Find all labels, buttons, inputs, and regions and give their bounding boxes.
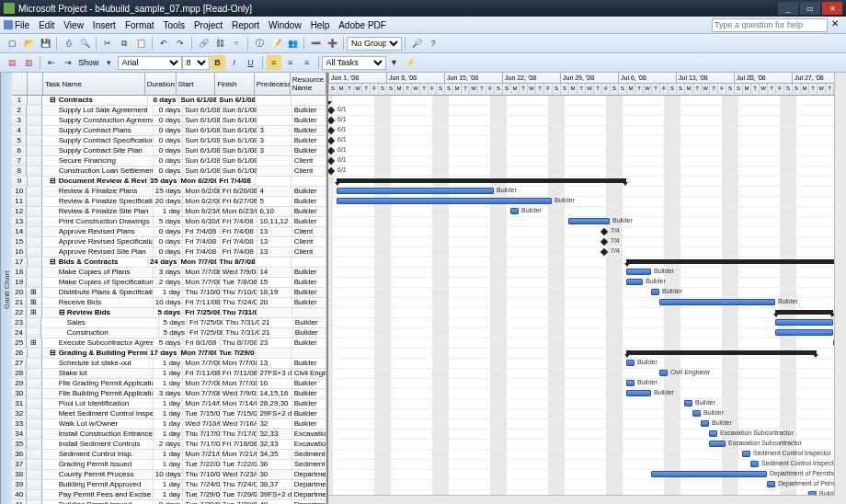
task-row[interactable]: 12 Review & Finalize Site Plan 1 day Mon… <box>12 207 326 217</box>
task-row[interactable]: 24 Construction 5 days Fri 7/25/08 Thu 7… <box>12 328 326 338</box>
summary-bar[interactable] <box>775 310 833 315</box>
new-icon[interactable]: ▢ <box>5 36 19 51</box>
show-dropdown-icon[interactable]: ▾ <box>102 55 117 70</box>
milestone[interactable] <box>600 248 608 256</box>
filter-select[interactable]: All Tasks <box>322 56 386 70</box>
unlink-icon[interactable]: ⛓ <box>212 36 227 51</box>
view-tab-gantt[interactable]: Gantt Chart <box>0 73 12 504</box>
copy-icon[interactable]: ⧉ <box>117 36 131 51</box>
menu-project[interactable]: Project <box>194 20 223 30</box>
menu-close-icon[interactable]: ✕ <box>831 18 839 32</box>
milestone[interactable] <box>328 157 335 165</box>
minimize-button[interactable]: _ <box>778 2 798 15</box>
task-row[interactable]: 5 Supply Contract Specifications 0 days … <box>12 136 326 146</box>
redo-icon[interactable]: ↷ <box>173 36 188 51</box>
task-row[interactable]: 22 ⊞ ⊟ Review Bids 5 days Fri 7/25/08 Th… <box>12 308 326 318</box>
task-row[interactable]: 32 Meet Sediment Control Inspector 1 day… <box>12 409 326 419</box>
task-row[interactable]: 2 Supply Lot Sale Agreement 0 days Sun 6… <box>12 106 326 116</box>
size-select[interactable]: 8 <box>182 56 210 70</box>
task-row[interactable]: 9 ⊟ Document Review & Revision 35 days M… <box>12 177 326 187</box>
task-row[interactable]: 40 Pay Permit Fees and Excise Taxes 1 da… <box>12 490 326 500</box>
task-bar[interactable] <box>626 380 634 386</box>
task-bar[interactable] <box>337 188 494 194</box>
paste-icon[interactable]: 📋 <box>133 36 148 51</box>
task-row[interactable]: 15 Approve Revised Specifications 0 days… <box>12 237 326 247</box>
task-row[interactable]: 28 Stake lot 1 day Fri 7/11/08 Fri 7/11/… <box>12 369 326 379</box>
indent-icon[interactable]: ⇥ <box>61 55 75 70</box>
milestone[interactable] <box>328 147 335 155</box>
task-row[interactable]: 21 ⊞ Receive Bids 10 days Fri 7/11/08 Th… <box>12 298 326 308</box>
task-row[interactable]: 3 Supply Construction Agreement 0 days S… <box>12 116 326 126</box>
wizard-icon[interactable]: ⚡ <box>404 55 418 70</box>
task-bar[interactable] <box>651 289 659 295</box>
save-icon[interactable]: 💾 <box>38 36 52 51</box>
task-bar[interactable] <box>775 319 833 326</box>
task-bar[interactable] <box>701 420 709 427</box>
italic-icon[interactable]: I <box>227 55 242 70</box>
task-bar[interactable] <box>626 269 651 275</box>
align-right-icon[interactable]: ≡ <box>300 55 314 70</box>
milestone[interactable] <box>600 238 608 246</box>
task-row[interactable]: 11 Review & Finalize Specifications 20 d… <box>12 197 326 207</box>
task-row[interactable]: 4 Supply Contract Plans 0 days Sun 6/1/0… <box>12 126 326 136</box>
underline-icon[interactable]: U <box>244 55 258 70</box>
menu-edit[interactable]: Edit <box>39 20 54 30</box>
task-row[interactable]: 30 File Building Permit Application 3 da… <box>12 389 326 399</box>
task-bar[interactable] <box>659 299 775 305</box>
menu-format[interactable]: Format <box>125 20 154 30</box>
autofilter-icon[interactable]: ▼ <box>387 55 402 70</box>
summary-bar[interactable] <box>337 178 626 183</box>
col-header[interactable]: Duration <box>145 73 177 95</box>
menu-window[interactable]: Window <box>269 20 302 30</box>
col-header[interactable] <box>12 73 28 95</box>
task-bar[interactable] <box>510 208 519 214</box>
col-header[interactable]: Resource Name <box>291 73 326 95</box>
task-bar[interactable] <box>692 410 701 417</box>
split-icon[interactable]: ÷ <box>229 36 244 51</box>
task-row[interactable]: 29 File Grading Permit Application 1 day… <box>12 379 326 389</box>
task-bar[interactable] <box>626 279 643 285</box>
summary-bar[interactable] <box>626 259 846 264</box>
preview-icon[interactable]: 🔍 <box>77 36 92 51</box>
task-bar[interactable] <box>767 481 775 487</box>
task-row[interactable]: 37 Grading Permit Issued 1 day Tue 7/22/… <box>12 460 326 470</box>
pdf2-icon[interactable]: ▥ <box>21 55 36 70</box>
task-row[interactable]: 17 ⊟ Bids & Contracts 24 days Mon 7/7/08… <box>12 258 326 268</box>
task-row[interactable]: 34 Install Construction Entrance 1 day T… <box>12 430 326 440</box>
horizontal-scrollbar[interactable] <box>328 495 835 504</box>
task-row[interactable]: 1 ⊟ Contracts 0 days Sun 6/1/08 Sun 6/1/… <box>12 96 326 106</box>
assign-icon[interactable]: 👥 <box>285 36 300 51</box>
col-header[interactable]: Start <box>177 73 216 95</box>
task-row[interactable]: 26 ⊟ Grading & Building Permits 17 days … <box>12 349 326 359</box>
notes-icon[interactable]: 📝 <box>269 36 283 51</box>
task-row[interactable]: 38 County Permit Process 10 days Thu 7/1… <box>12 470 326 480</box>
menu-tools[interactable]: Tools <box>164 20 185 30</box>
task-bar[interactable] <box>337 198 552 204</box>
task-row[interactable]: 23 Sales 5 days Fri 7/25/08 Thu 7/31/08 … <box>12 318 326 328</box>
bold-icon[interactable]: B <box>211 55 225 70</box>
col-header[interactable] <box>28 73 43 95</box>
task-row[interactable]: 14 Approve Revised Plans 0 days Fri 7/4/… <box>12 227 326 237</box>
task-row[interactable]: 27 Schedule lot stake-out 1 day Mon 7/7/… <box>12 359 326 369</box>
task-row[interactable]: 31 Pool Lot Identification 1 day Mon 7/1… <box>12 399 326 409</box>
print-icon[interactable]: ⎙ <box>61 36 75 51</box>
task-bar[interactable] <box>775 329 833 336</box>
task-bar[interactable] <box>750 461 759 467</box>
align-left-icon[interactable]: ≡ <box>267 55 281 70</box>
task-row[interactable]: 13 Print Construction Drawings 5 days Mo… <box>12 217 326 227</box>
task-bar[interactable] <box>626 390 651 396</box>
menu-adobe-pdf[interactable]: Adobe PDF <box>338 20 386 30</box>
milestone[interactable] <box>328 107 335 114</box>
outdent-icon[interactable]: ⇤ <box>44 55 59 70</box>
task-row[interactable]: 39 Building Permit Approved 1 day Thu 7/… <box>12 480 326 490</box>
gantt-chart[interactable]: Jun 1, '08SMTWTFSJun 8, '08SMTWTFSJun 15… <box>328 73 846 504</box>
cut-icon[interactable]: ✂ <box>100 36 115 51</box>
group-select[interactable]: No Group <box>347 37 402 51</box>
task-row[interactable]: 33 Walk Lot w/Owner 1 day Wed 7/16/08 We… <box>12 419 326 430</box>
task-bar[interactable] <box>568 218 610 224</box>
milestone[interactable] <box>328 167 335 175</box>
task-row[interactable]: 41 Building Permit Issued 0 days Tue 7/2… <box>12 500 326 504</box>
link-icon[interactable]: 🔗 <box>196 36 211 51</box>
task-bar[interactable] <box>709 430 717 437</box>
task-row[interactable]: 6 Supply Contract Site Plan 0 days Sun 6… <box>12 146 326 156</box>
